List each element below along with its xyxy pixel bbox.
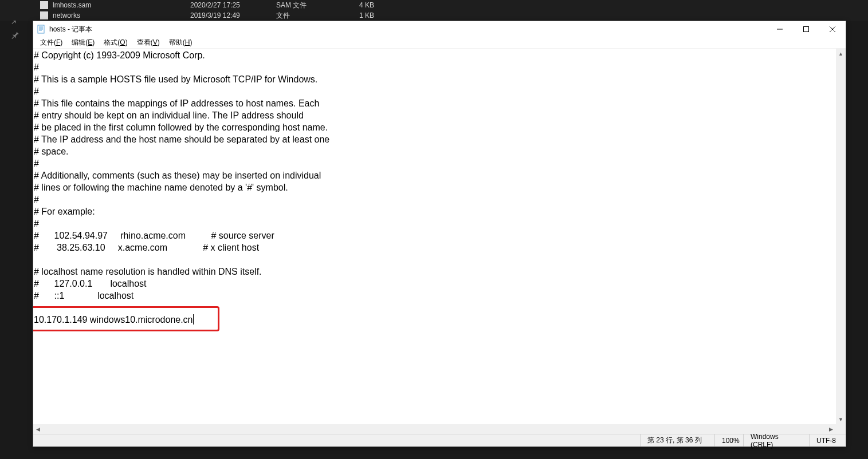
maximize-button[interactable]: [793, 21, 819, 37]
file-date: 2019/3/19 12:49: [190, 11, 276, 19]
editor-text[interactable]: # Copyright (c) 1993-2009 Microsoft Corp…: [33, 49, 330, 326]
horizontal-scrollbar[interactable]: ◀ ▶: [33, 424, 836, 434]
menu-help[interactable]: 帮助(H): [164, 37, 197, 49]
minimize-button[interactable]: [767, 21, 793, 37]
file-name: lmhosts.sam: [53, 1, 190, 9]
scroll-left-icon[interactable]: ◀: [33, 424, 43, 434]
file-row[interactable]: networks 2019/3/19 12:49 文件 1 KB: [0, 10, 868, 21]
status-cursor-pos: 第 23 行, 第 36 列: [640, 434, 714, 446]
menu-edit[interactable]: 编辑(E): [67, 37, 99, 49]
file-size: 1 KB: [359, 11, 394, 19]
text-editor[interactable]: # Copyright (c) 1993-2009 Microsoft Corp…: [33, 49, 846, 434]
scrollbar-corner: [836, 424, 846, 434]
explorer-background: lmhosts.sam 2020/2/27 17:25 SAM 文件 4 KB …: [0, 0, 868, 21]
file-date: 2020/2/27 17:25: [190, 1, 276, 9]
menu-format[interactable]: 格式(O): [99, 37, 132, 49]
menubar: 文件(F) 编辑(E) 格式(O) 查看(V) 帮助(H): [33, 37, 846, 49]
menu-file[interactable]: 文件(F): [36, 37, 67, 49]
file-icon: [40, 1, 48, 9]
menu-view[interactable]: 查看(V): [132, 37, 164, 49]
status-encoding: UTF-8: [809, 434, 846, 446]
file-icon: [40, 11, 48, 19]
notepad-icon: [37, 25, 46, 34]
notepad-window: hosts - 记事本 文件(F) 编辑(E) 格式(O) 查看(V) 帮助(H…: [33, 21, 846, 447]
scroll-right-icon[interactable]: ▶: [826, 424, 836, 434]
svg-rect-6: [804, 27, 809, 32]
status-eol: Windows (CRLF): [743, 434, 809, 446]
close-button[interactable]: [819, 21, 846, 37]
file-type: SAM 文件: [276, 1, 359, 10]
vertical-scrollbar[interactable]: ▲ ▼: [836, 49, 846, 424]
scroll-up-icon[interactable]: ▲: [836, 49, 846, 58]
scroll-down-icon[interactable]: ▼: [836, 414, 846, 424]
status-bar: 第 23 行, 第 36 列 100% Windows (CRLF) UTF-8: [33, 434, 846, 446]
file-type: 文件: [276, 11, 359, 21]
status-zoom: 100%: [714, 434, 743, 446]
file-size: 4 KB: [359, 1, 394, 9]
file-name: networks: [53, 11, 190, 19]
file-row[interactable]: lmhosts.sam 2020/2/27 17:25 SAM 文件 4 KB: [0, 0, 868, 10]
window-title: hosts - 记事本: [49, 25, 92, 34]
pin-icon: [11, 31, 19, 39]
titlebar[interactable]: hosts - 记事本: [33, 21, 846, 37]
